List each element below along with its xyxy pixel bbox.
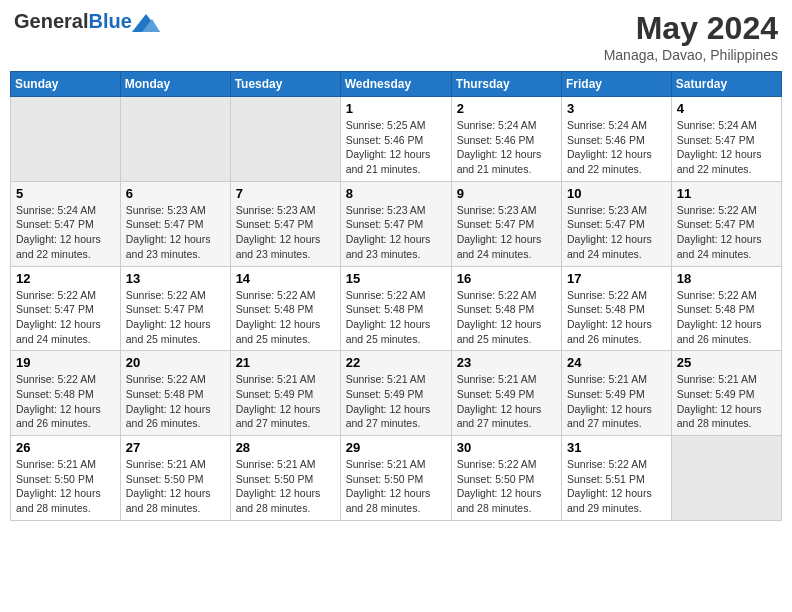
logo-blue: Blue xyxy=(88,10,131,32)
day-number: 7 xyxy=(236,186,335,201)
calendar-cell: 16Sunrise: 5:22 AM Sunset: 5:48 PM Dayli… xyxy=(451,266,561,351)
calendar-cell: 29Sunrise: 5:21 AM Sunset: 5:50 PM Dayli… xyxy=(340,436,451,521)
day-number: 1 xyxy=(346,101,446,116)
day-info: Sunrise: 5:22 AM Sunset: 5:48 PM Dayligh… xyxy=(677,288,776,347)
calendar-cell: 1Sunrise: 5:25 AM Sunset: 5:46 PM Daylig… xyxy=(340,97,451,182)
day-info: Sunrise: 5:23 AM Sunset: 5:47 PM Dayligh… xyxy=(126,203,225,262)
page-header: GeneralBlue May 2024 Managa, Davao, Phil… xyxy=(10,10,782,63)
calendar-cell: 8Sunrise: 5:23 AM Sunset: 5:47 PM Daylig… xyxy=(340,181,451,266)
day-number: 29 xyxy=(346,440,446,455)
day-info: Sunrise: 5:21 AM Sunset: 5:49 PM Dayligh… xyxy=(346,372,446,431)
title-section: May 2024 Managa, Davao, Philippines xyxy=(604,10,778,63)
day-number: 10 xyxy=(567,186,666,201)
calendar-table: SundayMondayTuesdayWednesdayThursdayFrid… xyxy=(10,71,782,521)
day-number: 24 xyxy=(567,355,666,370)
day-number: 9 xyxy=(457,186,556,201)
weekday-header-row: SundayMondayTuesdayWednesdayThursdayFrid… xyxy=(11,72,782,97)
calendar-cell xyxy=(671,436,781,521)
day-number: 11 xyxy=(677,186,776,201)
day-info: Sunrise: 5:21 AM Sunset: 5:50 PM Dayligh… xyxy=(126,457,225,516)
day-info: Sunrise: 5:24 AM Sunset: 5:47 PM Dayligh… xyxy=(677,118,776,177)
day-info: Sunrise: 5:22 AM Sunset: 5:47 PM Dayligh… xyxy=(16,288,115,347)
day-number: 5 xyxy=(16,186,115,201)
weekday-saturday: Saturday xyxy=(671,72,781,97)
calendar-cell: 23Sunrise: 5:21 AM Sunset: 5:49 PM Dayli… xyxy=(451,351,561,436)
day-info: Sunrise: 5:23 AM Sunset: 5:47 PM Dayligh… xyxy=(457,203,556,262)
day-info: Sunrise: 5:21 AM Sunset: 5:49 PM Dayligh… xyxy=(457,372,556,431)
day-info: Sunrise: 5:22 AM Sunset: 5:48 PM Dayligh… xyxy=(346,288,446,347)
day-number: 19 xyxy=(16,355,115,370)
week-row-1: 1Sunrise: 5:25 AM Sunset: 5:46 PM Daylig… xyxy=(11,97,782,182)
logo-icon xyxy=(132,14,160,32)
day-number: 8 xyxy=(346,186,446,201)
day-info: Sunrise: 5:22 AM Sunset: 5:48 PM Dayligh… xyxy=(16,372,115,431)
weekday-friday: Friday xyxy=(562,72,672,97)
location: Managa, Davao, Philippines xyxy=(604,47,778,63)
day-number: 23 xyxy=(457,355,556,370)
day-number: 26 xyxy=(16,440,115,455)
weekday-thursday: Thursday xyxy=(451,72,561,97)
logo: GeneralBlue xyxy=(14,10,160,33)
day-info: Sunrise: 5:22 AM Sunset: 5:50 PM Dayligh… xyxy=(457,457,556,516)
calendar-cell xyxy=(11,97,121,182)
calendar-cell xyxy=(230,97,340,182)
week-row-5: 26Sunrise: 5:21 AM Sunset: 5:50 PM Dayli… xyxy=(11,436,782,521)
day-number: 16 xyxy=(457,271,556,286)
day-number: 13 xyxy=(126,271,225,286)
day-info: Sunrise: 5:21 AM Sunset: 5:49 PM Dayligh… xyxy=(236,372,335,431)
day-number: 2 xyxy=(457,101,556,116)
calendar-cell: 26Sunrise: 5:21 AM Sunset: 5:50 PM Dayli… xyxy=(11,436,121,521)
calendar-cell: 11Sunrise: 5:22 AM Sunset: 5:47 PM Dayli… xyxy=(671,181,781,266)
day-number: 20 xyxy=(126,355,225,370)
day-info: Sunrise: 5:22 AM Sunset: 5:48 PM Dayligh… xyxy=(126,372,225,431)
calendar-cell: 19Sunrise: 5:22 AM Sunset: 5:48 PM Dayli… xyxy=(11,351,121,436)
calendar-cell: 5Sunrise: 5:24 AM Sunset: 5:47 PM Daylig… xyxy=(11,181,121,266)
day-info: Sunrise: 5:22 AM Sunset: 5:48 PM Dayligh… xyxy=(236,288,335,347)
weekday-sunday: Sunday xyxy=(11,72,121,97)
day-info: Sunrise: 5:23 AM Sunset: 5:47 PM Dayligh… xyxy=(236,203,335,262)
weekday-tuesday: Tuesday xyxy=(230,72,340,97)
calendar-cell xyxy=(120,97,230,182)
day-info: Sunrise: 5:22 AM Sunset: 5:51 PM Dayligh… xyxy=(567,457,666,516)
day-info: Sunrise: 5:24 AM Sunset: 5:46 PM Dayligh… xyxy=(567,118,666,177)
calendar-cell: 2Sunrise: 5:24 AM Sunset: 5:46 PM Daylig… xyxy=(451,97,561,182)
day-number: 21 xyxy=(236,355,335,370)
day-number: 31 xyxy=(567,440,666,455)
calendar-cell: 28Sunrise: 5:21 AM Sunset: 5:50 PM Dayli… xyxy=(230,436,340,521)
calendar-cell: 7Sunrise: 5:23 AM Sunset: 5:47 PM Daylig… xyxy=(230,181,340,266)
day-info: Sunrise: 5:25 AM Sunset: 5:46 PM Dayligh… xyxy=(346,118,446,177)
day-info: Sunrise: 5:21 AM Sunset: 5:49 PM Dayligh… xyxy=(677,372,776,431)
calendar-cell: 17Sunrise: 5:22 AM Sunset: 5:48 PM Dayli… xyxy=(562,266,672,351)
day-info: Sunrise: 5:21 AM Sunset: 5:50 PM Dayligh… xyxy=(236,457,335,516)
week-row-2: 5Sunrise: 5:24 AM Sunset: 5:47 PM Daylig… xyxy=(11,181,782,266)
day-number: 4 xyxy=(677,101,776,116)
day-number: 3 xyxy=(567,101,666,116)
calendar-cell: 27Sunrise: 5:21 AM Sunset: 5:50 PM Dayli… xyxy=(120,436,230,521)
day-number: 25 xyxy=(677,355,776,370)
calendar-cell: 15Sunrise: 5:22 AM Sunset: 5:48 PM Dayli… xyxy=(340,266,451,351)
calendar-cell: 4Sunrise: 5:24 AM Sunset: 5:47 PM Daylig… xyxy=(671,97,781,182)
calendar-cell: 24Sunrise: 5:21 AM Sunset: 5:49 PM Dayli… xyxy=(562,351,672,436)
day-number: 30 xyxy=(457,440,556,455)
calendar-cell: 18Sunrise: 5:22 AM Sunset: 5:48 PM Dayli… xyxy=(671,266,781,351)
calendar-cell: 30Sunrise: 5:22 AM Sunset: 5:50 PM Dayli… xyxy=(451,436,561,521)
day-info: Sunrise: 5:23 AM Sunset: 5:47 PM Dayligh… xyxy=(346,203,446,262)
day-info: Sunrise: 5:23 AM Sunset: 5:47 PM Dayligh… xyxy=(567,203,666,262)
weekday-wednesday: Wednesday xyxy=(340,72,451,97)
calendar-cell: 10Sunrise: 5:23 AM Sunset: 5:47 PM Dayli… xyxy=(562,181,672,266)
calendar-cell: 20Sunrise: 5:22 AM Sunset: 5:48 PM Dayli… xyxy=(120,351,230,436)
day-info: Sunrise: 5:22 AM Sunset: 5:47 PM Dayligh… xyxy=(677,203,776,262)
day-number: 17 xyxy=(567,271,666,286)
day-number: 12 xyxy=(16,271,115,286)
month-title: May 2024 xyxy=(604,10,778,47)
calendar-cell: 3Sunrise: 5:24 AM Sunset: 5:46 PM Daylig… xyxy=(562,97,672,182)
weekday-monday: Monday xyxy=(120,72,230,97)
day-number: 27 xyxy=(126,440,225,455)
week-row-3: 12Sunrise: 5:22 AM Sunset: 5:47 PM Dayli… xyxy=(11,266,782,351)
day-number: 22 xyxy=(346,355,446,370)
calendar-cell: 9Sunrise: 5:23 AM Sunset: 5:47 PM Daylig… xyxy=(451,181,561,266)
calendar-cell: 6Sunrise: 5:23 AM Sunset: 5:47 PM Daylig… xyxy=(120,181,230,266)
day-number: 28 xyxy=(236,440,335,455)
calendar-cell: 31Sunrise: 5:22 AM Sunset: 5:51 PM Dayli… xyxy=(562,436,672,521)
day-number: 18 xyxy=(677,271,776,286)
